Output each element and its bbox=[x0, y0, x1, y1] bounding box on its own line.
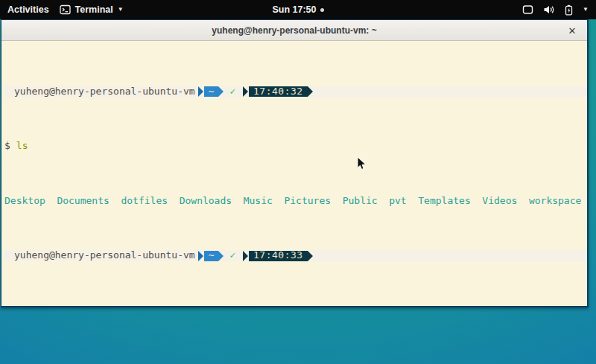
prompt-dollar: $ bbox=[4, 305, 10, 306]
directory-name: Music bbox=[244, 196, 273, 207]
terminal-app-icon bbox=[60, 4, 71, 15]
directory-name: Videos bbox=[482, 196, 517, 207]
app-menu-terminal[interactable]: Terminal ▼ bbox=[60, 4, 124, 15]
check-icon: ✓ bbox=[229, 86, 235, 98]
prompt-time-segment: 17:40:32 bbox=[243, 86, 313, 97]
prompt-line: yuheng@henry-personal-ubuntu-vm ~ ✓ 17:4… bbox=[4, 250, 587, 261]
battery-charging-icon bbox=[565, 4, 573, 16]
directory-name: Documents bbox=[57, 196, 109, 207]
directory-name: Templates bbox=[418, 196, 470, 207]
directory-name: Downloads bbox=[180, 196, 232, 207]
gnome-top-bar: Activities Terminal ▼ Sun 17:50 bbox=[0, 0, 596, 19]
notification-dot-icon bbox=[320, 8, 324, 12]
directory-name: workspace bbox=[529, 196, 581, 207]
prompt-line: yuheng@henry-personal-ubuntu-vm ~ ✓ 17:4… bbox=[4, 86, 587, 98]
command-line: $ bbox=[4, 305, 587, 306]
system-status-area[interactable]: ▼ bbox=[522, 4, 596, 16]
display-icon bbox=[522, 4, 533, 15]
directory-name: pvt bbox=[389, 196, 406, 207]
app-menu-label: Terminal bbox=[75, 4, 113, 15]
terminal-screen[interactable]: yuheng@henry-personal-ubuntu-vm ~ ✓ 17:4… bbox=[1, 41, 587, 306]
close-button[interactable]: ✕ bbox=[565, 23, 580, 38]
directory-name: Public bbox=[343, 196, 378, 207]
prompt-path-segment: ~ bbox=[198, 251, 224, 261]
chevron-down-icon: ▼ bbox=[583, 7, 589, 13]
terminal-window: yuheng@henry-personal-ubuntu-vm: ~ ✕ yuh… bbox=[1, 19, 589, 307]
volume-icon bbox=[543, 4, 555, 15]
directory-name: Pictures bbox=[284, 196, 331, 207]
directory-name: Desktop bbox=[4, 196, 45, 207]
window-title: yuheng@henry-personal-ubuntu-vm: ~ bbox=[212, 25, 376, 36]
check-icon: ✓ bbox=[229, 250, 235, 261]
directory-name: dotfiles bbox=[121, 196, 168, 207]
activities-button[interactable]: Activities bbox=[7, 4, 49, 15]
typed-command: ls bbox=[16, 141, 28, 152]
prompt-time-segment: 17:40:33 bbox=[243, 251, 313, 261]
prompt-dollar: $ bbox=[4, 141, 10, 152]
clock-label[interactable]: Sun 17:50 bbox=[272, 4, 316, 15]
prompt-path-segment: ~ bbox=[198, 86, 224, 97]
prompt-user-host: yuheng@henry-personal-ubuntu-vm bbox=[14, 250, 195, 261]
ls-output-line: DesktopDocumentsdotfilesDownloadsMusicPi… bbox=[4, 196, 587, 207]
command-line: $ ls bbox=[4, 141, 587, 152]
prompt-user-host: yuheng@henry-personal-ubuntu-vm bbox=[14, 86, 195, 98]
window-titlebar[interactable]: yuheng@henry-personal-ubuntu-vm: ~ ✕ bbox=[1, 20, 587, 41]
chevron-down-icon: ▼ bbox=[118, 7, 124, 13]
